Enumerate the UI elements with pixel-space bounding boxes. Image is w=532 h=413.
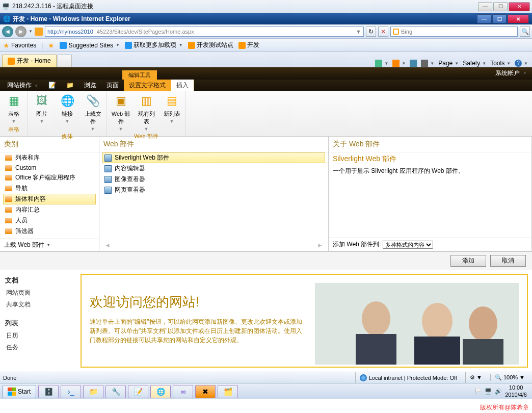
category-item[interactable]: Custom — [3, 163, 96, 172]
taskbar-powershell[interactable]: ›_ — [61, 385, 81, 398]
svg-point-5 — [469, 306, 497, 341]
search-box[interactable]: Bing — [390, 27, 518, 37]
category-item[interactable]: 人员 — [3, 215, 96, 226]
browse-tab[interactable]: 浏览 — [79, 80, 101, 91]
category-item[interactable]: 媒体和内容 — [3, 194, 96, 204]
ribbon-table-button[interactable]: ▦表格▼ — [3, 93, 24, 124]
start-button[interactable]: Start — [2, 385, 36, 398]
tray-clock[interactable]: 10:00 2010/4/6 — [505, 384, 527, 398]
taskbar-app2[interactable]: 🗂️ — [218, 385, 238, 398]
upload-webpart-link[interactable]: 上载 Web 部件▼ — [0, 239, 99, 251]
home-button[interactable]: ▼ — [375, 60, 388, 67]
webpart-item[interactable]: Silverlight Web 部件 — [102, 152, 325, 163]
parts-column: Web 部件 Silverlight Web 部件内容编辑器图像查看器网页查看器… — [99, 137, 329, 251]
welcome-title: 欢迎访问您的网站! — [90, 293, 307, 311]
fav-get-more[interactable]: 获取更多加载项▼ — [125, 41, 183, 49]
page-menu[interactable]: Page▼ — [438, 60, 459, 67]
insert-tab[interactable]: 插入 — [171, 80, 194, 91]
ie-minimize-button[interactable]: — — [477, 14, 491, 23]
zoom-control[interactable]: 🔍 100% ▼ — [490, 374, 529, 381]
ribbon-webpart-button[interactable]: ▣Web 部件▼ — [110, 93, 131, 132]
nav-calendar[interactable]: 日历 — [4, 330, 75, 342]
add-button[interactable]: 添加 — [450, 255, 486, 267]
ribbon-upload-button[interactable]: 📎上载文件▼ — [82, 93, 103, 132]
taskbar-ie[interactable]: 🌐 — [150, 385, 171, 398]
webpart-item[interactable]: 网页查看器 — [102, 185, 325, 195]
prev-page-button[interactable]: ◄ — [104, 242, 111, 249]
forward-button[interactable]: ► — [15, 26, 26, 37]
tray-network-icon[interactable]: 🖥️ — [485, 388, 492, 395]
favorites-button[interactable]: ★Favorites — [3, 41, 36, 49]
ie-maximize-button[interactable]: ☐ — [492, 14, 507, 23]
browser-tab[interactable]: 开发 - Home — [2, 55, 57, 67]
taskbar-server-manager[interactable]: 🗄️ — [38, 385, 59, 398]
rdp-minimize-button[interactable]: — — [478, 2, 492, 11]
add-to-select[interactable]: 多种格式的内容 — [383, 241, 433, 249]
tray-flag-icon[interactable]: 🏳️ — [474, 388, 482, 395]
rdp-maximize-button[interactable]: ☐ — [493, 2, 508, 11]
webpart-item[interactable]: 图像查看器 — [102, 174, 325, 185]
page-tab[interactable]: 页面 — [101, 80, 124, 91]
breadcrumb-button[interactable]: 📁 — [61, 80, 79, 90]
ribbon-group-Web 部件: ▣Web 部件▼▥现有列表▼▤新列表▼Web 部件 — [107, 91, 186, 136]
help-button[interactable]: ?▼ — [515, 60, 528, 67]
category-column: 类别 列表和库CustomOffice 客户端应用程序导航媒体和内容内容汇总人员… — [0, 137, 99, 251]
address-bar[interactable]: http://nymoss2010:45223/Sites/dev/SitePa… — [45, 27, 364, 37]
mail-button[interactable] — [410, 60, 417, 67]
format-tab[interactable]: 设置文字格式 — [124, 80, 171, 91]
system-account-menu[interactable]: 系统帐户▼ — [490, 67, 532, 80]
svg-rect-6 — [463, 339, 503, 365]
safety-menu[interactable]: Safety▼ — [463, 60, 486, 67]
category-item[interactable]: Office 客户端应用程序 — [3, 172, 96, 183]
webpart-item[interactable]: 内容编辑器 — [102, 163, 325, 174]
taskbar-explorer[interactable]: 📁 — [83, 385, 103, 398]
category-item[interactable]: 导航 — [3, 183, 96, 194]
nav-tasks[interactable]: 任务 — [4, 342, 75, 353]
back-button[interactable]: ◄ — [2, 26, 13, 37]
add-favorite-button[interactable]: ★ — [48, 41, 55, 49]
nav-shared-docs[interactable]: 共享文档 — [4, 299, 75, 311]
category-item[interactable]: 筛选器 — [3, 226, 96, 237]
rss-button[interactable]: ▼ — [392, 60, 406, 67]
webpart-button-row: 添加 取消 — [0, 251, 532, 270]
taskbar-app1[interactable]: ✖ — [195, 385, 216, 398]
security-zone[interactable]: Local intranet | Protected Mode: Off — [355, 372, 461, 383]
new-tab-button[interactable] — [58, 55, 72, 67]
print-button[interactable]: ▼ — [421, 60, 434, 67]
tools-menu[interactable]: Tools▼ — [490, 60, 511, 67]
url-dropdown-icon[interactable]: ▼ — [356, 29, 361, 35]
ribbon-newlist-button[interactable]: ▤新列表▼ — [161, 93, 182, 132]
site-ops-tab[interactable]: 网站操作 ▼ — [2, 80, 43, 91]
fav-dev-test[interactable]: 开发测试站点 — [188, 41, 233, 49]
cancel-button[interactable]: 取消 — [490, 255, 526, 267]
edit-mode-button[interactable]: 📝 — [43, 80, 61, 90]
history-dropdown[interactable]: ▼ — [29, 29, 33, 34]
status-icons[interactable]: ⚙ ▼ — [465, 372, 486, 383]
nav-site-pages[interactable]: 网站页面 — [4, 287, 75, 299]
ie-close-button[interactable]: ✕ — [508, 14, 529, 23]
rdp-close-button[interactable]: ✕ — [509, 2, 530, 11]
category-item[interactable]: 内容汇总 — [3, 204, 96, 215]
ribbon-group-表格: ▦表格▼表格 — [0, 91, 28, 136]
fav-suggested-sites[interactable]: Suggested Sites▼ — [60, 42, 119, 49]
folder-icon — [5, 165, 12, 171]
tray-sound-icon[interactable]: 🔊 — [495, 388, 502, 395]
refresh-button[interactable]: ↻ — [366, 27, 376, 37]
about-description: 一个用于显示 Silverlight 应用程序的 Web 部件。 — [329, 166, 531, 176]
search-button[interactable]: 🔍 — [520, 27, 530, 37]
next-page-button[interactable]: ► — [317, 242, 323, 249]
ribbon-existlist-button[interactable]: ▥现有列表▼ — [136, 93, 157, 132]
fav-dev[interactable]: 开发 — [238, 41, 259, 49]
taskbar-notepad[interactable]: 📝 — [128, 385, 148, 398]
search-placeholder: Bing — [401, 29, 412, 35]
ribbon-group-label: 表格 — [8, 124, 19, 134]
taskbar-tools[interactable]: 🔧 — [105, 385, 126, 398]
category-item[interactable]: 列表和库 — [3, 152, 96, 163]
ie-icon: 🌐 — [3, 15, 11, 22]
welcome-card: 欢迎访问您的网站! 通过单击上面的"编辑"按钮，可以给此网页添加新图像、更改此欢… — [81, 274, 528, 368]
taskbar-vs[interactable]: ∞ — [173, 385, 193, 398]
ribbon-link-button[interactable]: 🌐链接▼ — [57, 93, 78, 132]
stop-button[interactable]: ✕ — [378, 27, 388, 37]
ribbon-picture-button[interactable]: 🖼图片▼ — [31, 93, 52, 132]
about-title: Silverlight Web 部件 — [329, 152, 531, 166]
